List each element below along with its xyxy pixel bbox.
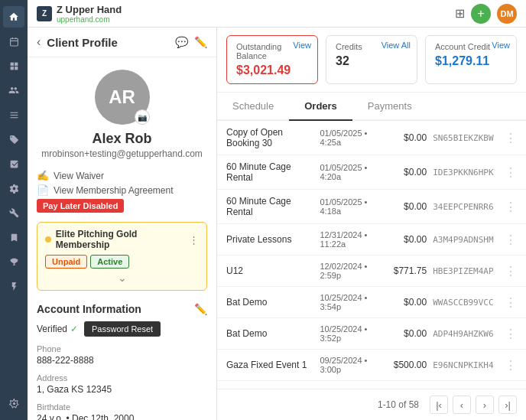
table-row[interactable]: 60 Minute Cage Rental 01/05/2025 • 4:20a…	[217, 155, 526, 190]
edit-icon[interactable]: ✏️	[194, 36, 207, 48]
order-more-icon[interactable]: ⋮	[505, 295, 517, 310]
order-more-icon[interactable]: ⋮	[505, 358, 517, 373]
order-more-icon[interactable]: ⋮	[505, 264, 517, 278]
table-row[interactable]: U12 12/02/2024 • 2:59p $771.75 HBE3PIZEM…	[217, 256, 526, 287]
table-row[interactable]: 60 Minute Cage Rental 01/05/2025 • 4:18a…	[217, 190, 526, 224]
sidebar-icon-list[interactable]	[3, 104, 24, 125]
sidebar-icon-tool[interactable]	[3, 202, 24, 223]
header-actions: 💬 ✏️	[175, 36, 207, 48]
order-name: Copy of Open Booking 30	[226, 127, 313, 148]
page-prev-button[interactable]: ‹	[453, 396, 471, 414]
sidebar-icon-bolt[interactable]	[3, 275, 24, 297]
table-row[interactable]: Bat Demo 10/25/2024 • 3:52p $0.00 ADP4H9…	[217, 318, 526, 350]
right-panel: View Outstanding Balance $3,021.49 View …	[217, 28, 526, 420]
left-panel: ‹ Client Profile 💬 ✏️ AR 📷 Alex Rob mrob…	[28, 28, 217, 420]
password-reset-button[interactable]: Password Reset	[84, 321, 161, 337]
outstanding-balance-card: View Outstanding Balance $3,021.49	[226, 35, 318, 84]
account-section-title: Account Information	[37, 303, 141, 315]
birthdate-field: Birthdate 24 y.o. • Dec 12th, 2000	[37, 402, 207, 420]
table-row[interactable]: Copy of Open Booking 30 01/05/2025 • 4:2…	[217, 121, 526, 155]
sidebar-icon-calendar[interactable]	[3, 31, 24, 52]
account-credit-view-link[interactable]: View	[492, 41, 510, 50]
order-date: 01/05/2025 • 4:18a	[320, 197, 385, 216]
order-name: Gaza Fixed Event 1	[226, 360, 313, 370]
camera-icon[interactable]: 📷	[135, 109, 150, 125]
credits-view-link[interactable]: View All	[382, 41, 411, 50]
tab-schedule[interactable]: Schedule	[217, 93, 289, 121]
back-button[interactable]: ‹	[37, 35, 41, 49]
order-date: 12/31/2024 • 11:22a	[320, 230, 385, 249]
order-date: 10/25/2024 • 3:52p	[320, 324, 385, 343]
verified-badge: Verified ✓	[37, 324, 78, 334]
table-row[interactable]: Gaza Fixed Event 1 09/25/2024 • 3:00p $5…	[217, 350, 526, 381]
tab-payments[interactable]: Payments	[352, 93, 427, 121]
expand-icon[interactable]: ⌄	[45, 272, 199, 284]
pay-later-badge[interactable]: Pay Later Disabled	[37, 199, 124, 213]
order-date: 01/05/2025 • 4:20a	[320, 163, 385, 181]
order-id: SN65BIEKZKBW	[433, 133, 498, 143]
svg-rect-10	[10, 117, 18, 118]
chat-icon[interactable]: 💬	[175, 36, 188, 48]
address-field: Address 1, Gaza KS 12345	[37, 373, 207, 395]
page-last-button[interactable]: ›|	[498, 396, 517, 414]
membership-dot	[45, 236, 51, 243]
order-more-icon[interactable]: ⋮	[505, 165, 517, 180]
order-id: A3M4P9ADNSHM	[433, 235, 498, 245]
order-id: 34EEPCPENRR6	[433, 202, 498, 212]
order-amount: $0.00	[391, 234, 427, 245]
tab-orders[interactable]: Orders	[289, 93, 352, 121]
sidebar-icon-grid[interactable]	[3, 55, 24, 77]
user-avatar[interactable]: DM	[497, 4, 517, 24]
outstanding-view-link[interactable]: View	[293, 41, 311, 50]
sidebar-icon-settings[interactable]	[3, 177, 24, 199]
order-name: Private Lessons	[226, 234, 313, 245]
qr-icon[interactable]: ⊞	[455, 6, 465, 21]
address-value: 1, Gaza KS 12345	[37, 384, 207, 395]
sidebar-icon-chart[interactable]	[3, 153, 24, 174]
order-more-icon[interactable]: ⋮	[505, 200, 517, 214]
app-name: Z Upper Hand	[57, 4, 122, 15]
membership-more-icon[interactable]: ⋮	[189, 234, 199, 246]
membership-row[interactable]: 📄 View Membership Agreement	[37, 184, 207, 196]
order-name: U12	[226, 265, 313, 276]
order-more-icon[interactable]: ⋮	[505, 327, 517, 341]
account-credit-card: View Account Credit $1,279.11	[425, 35, 517, 84]
order-id: IDE3PKKN6HPK	[433, 168, 498, 177]
topbar-actions: ⊞ + DM	[455, 4, 517, 24]
sidebar-icon-bookmark[interactable]	[3, 226, 24, 248]
birthdate-label: Birthdate	[37, 402, 207, 412]
page-next-button[interactable]: ›	[476, 396, 494, 414]
phone-value: 888-222-8888	[37, 355, 207, 366]
svg-rect-0	[10, 38, 18, 46]
client-email: mrobinson+testing@getupperhand.com	[41, 148, 203, 159]
page-title: Client Profile	[47, 36, 118, 49]
table-row[interactable]: Super Test (Open Booki... 09/25/2024 • 1…	[217, 381, 526, 389]
account-edit-icon[interactable]: ✏️	[194, 303, 207, 315]
waiver-row[interactable]: ✍️ View Waiver	[37, 170, 207, 181]
sidebar-icon-gear2[interactable]	[3, 392, 24, 414]
order-name: 60 Minute Cage Rental	[226, 161, 313, 183]
order-date: 09/25/2024 • 3:00p	[320, 356, 385, 374]
client-name: Alex Rob	[92, 131, 151, 147]
account-credit-value: $1,279.11	[435, 54, 507, 68]
add-button[interactable]: +	[471, 4, 491, 24]
sidebar-icon-users[interactable]	[3, 80, 24, 101]
table-row[interactable]: Private Lessons 12/31/2024 • 11:22a $0.0…	[217, 224, 526, 256]
app-info: Z Upper Hand upperhand.com	[57, 4, 122, 24]
order-date: 10/25/2024 • 3:54p	[320, 293, 385, 311]
sidebar-icon-tag[interactable]	[3, 129, 24, 150]
order-more-icon[interactable]: ⋮	[505, 233, 517, 247]
waiver-label: View Waiver	[54, 171, 104, 181]
table-row[interactable]: Bat Demo 10/25/2024 • 3:54p $0.00 WWASCC…	[217, 287, 526, 318]
order-more-icon[interactable]: ⋮	[505, 131, 517, 145]
page-first-button[interactable]: |‹	[430, 396, 448, 414]
sidebar-icon-trophy[interactable]	[3, 251, 24, 272]
svg-rect-8	[10, 112, 18, 112]
membership-name: Elite Pitching Gold Membership	[45, 229, 189, 250]
unpaid-badge: Unpaid	[45, 255, 87, 269]
sidebar-icon-home[interactable]	[3, 6, 24, 28]
summary-cards: View Outstanding Balance $3,021.49 View …	[217, 28, 526, 93]
outstanding-value: $3,021.49	[236, 63, 308, 77]
avatar-initials: AR	[109, 86, 135, 108]
svg-rect-4	[10, 62, 13, 65]
